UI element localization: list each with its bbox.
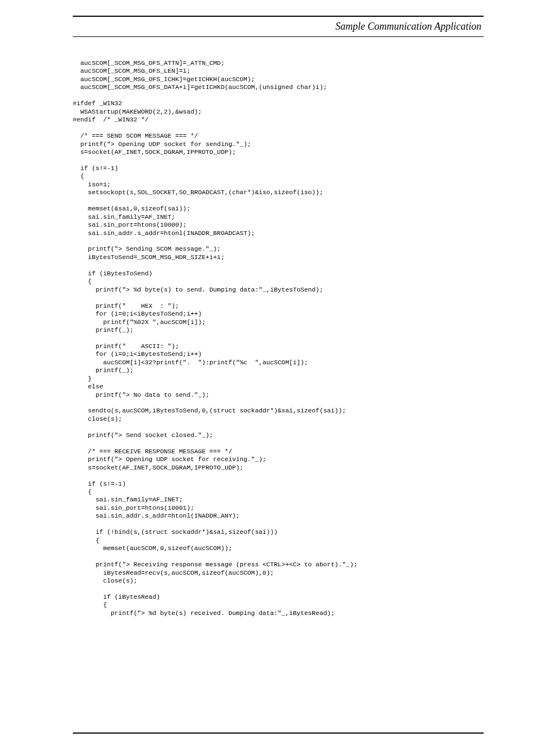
footer-rule — [73, 732, 484, 734]
code-listing: aucSCOM[_SCOM_MSG_OFS_ATTN]=_ATTN_CMD; a… — [73, 59, 484, 617]
header-rule-top — [73, 16, 484, 17]
page: Sample Communication Application aucSCOM… — [0, 0, 534, 756]
header-rule-bottom — [73, 36, 484, 37]
header-title: Sample Communication Application — [73, 19, 484, 34]
